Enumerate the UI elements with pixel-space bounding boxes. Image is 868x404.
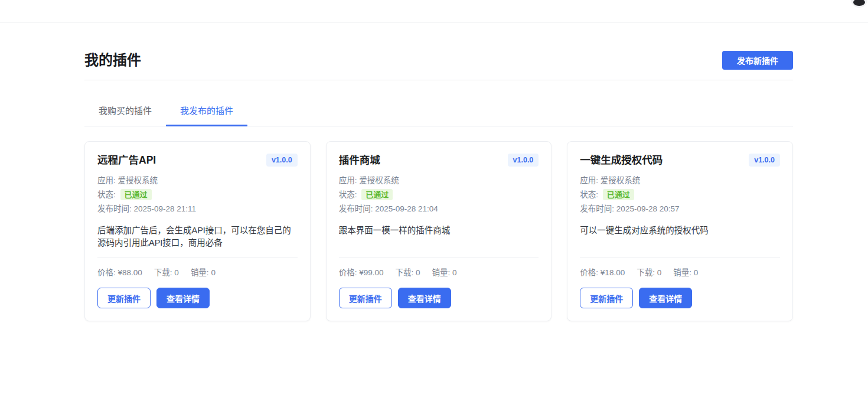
plugin-card-header: 一键生成授权代码 v1.0.0: [580, 153, 780, 167]
price-label: 价格:: [580, 268, 598, 277]
version-badge: v1.0.0: [508, 154, 539, 167]
price-stat: 价格: ¥18.00: [580, 266, 625, 278]
update-plugin-button[interactable]: 更新插件: [339, 288, 392, 308]
user-avatar[interactable]: [851, 0, 867, 8]
plugin-published-line: 发布时间: 2025-09-28 21:11: [97, 202, 298, 216]
plugin-card-header: 远程广告API v1.0.0: [97, 153, 298, 167]
plugin-card-grid: 远程广告API v1.0.0 应用: 爱授权系统 状态: 已通过 发布时间: 2…: [84, 141, 793, 321]
published-value: 2025-09-28 21:04: [375, 204, 438, 213]
plugin-stats: 价格: ¥18.00 下载: 0 销量: 0: [580, 258, 780, 278]
version-badge: v1.0.0: [749, 154, 780, 167]
downloads-stat: 下载: 0: [395, 266, 420, 278]
plugin-description: 可以一键生成对应系统的授权代码: [580, 224, 780, 258]
app-value: 爱授权系统: [601, 176, 641, 185]
plugin-meta: 应用: 爱授权系统 状态: 已通过 发布时间: 2025-09-28 21:11: [97, 174, 298, 216]
downloads-label: 下载:: [154, 268, 172, 277]
plugin-meta: 应用: 爱授权系统 状态: 已通过 发布时间: 2025-09-28 20:57: [580, 174, 780, 216]
sales-stat: 销量: 0: [673, 266, 698, 278]
plugin-card: 插件商城 v1.0.0 应用: 爱授权系统 状态: 已通过 发布时间: 2025…: [326, 141, 552, 321]
downloads-label: 下载:: [395, 268, 413, 277]
app-value: 爱授权系统: [118, 176, 158, 185]
plugin-card: 远程广告API v1.0.0 应用: 爱授权系统 状态: 已通过 发布时间: 2…: [84, 141, 311, 321]
my-plugins-page: 我的插件 发布新插件 我购买的插件 我发布的插件 远程广告API v1.0.0 …: [84, 22, 793, 321]
page-header: 我的插件 发布新插件: [84, 51, 793, 70]
plugin-app-line: 应用: 爱授权系统: [580, 174, 780, 188]
status-badge: 已通过: [361, 189, 393, 200]
plugin-published-line: 发布时间: 2025-09-28 21:04: [339, 202, 539, 216]
downloads-value: 0: [657, 268, 662, 277]
tab-published-plugins[interactable]: 我发布的插件: [166, 97, 247, 126]
app-label: 应用:: [97, 176, 116, 185]
sales-value: 0: [694, 268, 699, 277]
published-label: 发布时间:: [97, 204, 132, 213]
published-value: 2025-09-28 20:57: [616, 204, 680, 213]
sales-label: 销量:: [432, 268, 451, 277]
sales-stat: 销量: 0: [191, 266, 216, 278]
downloads-stat: 下载: 0: [154, 266, 179, 278]
price-value: ¥18.00: [601, 268, 625, 277]
status-label: 状态:: [339, 190, 357, 199]
plugin-published-line: 发布时间: 2025-09-28 20:57: [580, 202, 780, 216]
plugin-title: 远程广告API: [97, 153, 156, 167]
tabs: 我购买的插件 我发布的插件: [84, 97, 793, 126]
plugin-status-line: 状态: 已通过: [97, 188, 298, 202]
app-label: 应用:: [580, 176, 598, 185]
page-title: 我的插件: [84, 53, 141, 68]
published-value: 2025-09-28 21:11: [134, 204, 197, 213]
app-value: 爱授权系统: [359, 176, 399, 185]
plugin-meta: 应用: 爱授权系统 状态: 已通过 发布时间: 2025-09-28 21:04: [339, 174, 539, 216]
published-label: 发布时间:: [339, 204, 373, 213]
sales-value: 0: [211, 268, 216, 277]
user-icon: [853, 0, 865, 6]
sales-stat: 销量: 0: [432, 266, 457, 278]
header-divider: [84, 80, 793, 80]
sales-label: 销量:: [673, 268, 691, 277]
price-label: 价格:: [97, 268, 116, 277]
view-details-button[interactable]: 查看详情: [398, 288, 451, 308]
plugin-description: 跟本界面一模一样的插件商城: [339, 224, 539, 258]
published-label: 发布时间:: [580, 204, 614, 213]
view-details-button[interactable]: 查看详情: [156, 288, 210, 308]
sales-label: 销量:: [191, 268, 209, 277]
plugin-app-line: 应用: 爱授权系统: [97, 174, 298, 188]
downloads-value: 0: [416, 268, 420, 277]
update-plugin-button[interactable]: 更新插件: [97, 288, 151, 308]
status-badge: 已通过: [120, 189, 152, 200]
app-label: 应用:: [339, 176, 357, 185]
downloads-stat: 下载: 0: [637, 266, 661, 278]
plugin-title: 一键生成授权代码: [580, 153, 663, 167]
plugin-actions: 更新插件 查看详情: [339, 288, 539, 308]
plugin-actions: 更新插件 查看详情: [97, 288, 298, 308]
plugin-actions: 更新插件 查看详情: [580, 288, 780, 308]
plugin-stats: 价格: ¥88.00 下载: 0 销量: 0: [97, 258, 298, 278]
top-bar: [0, 0, 868, 22]
price-stat: 价格: ¥99.00: [339, 266, 384, 278]
plugin-card: 一键生成授权代码 v1.0.0 应用: 爱授权系统 状态: 已通过 发布时间: …: [567, 141, 793, 321]
sales-value: 0: [452, 268, 457, 277]
plugin-status-line: 状态: 已通过: [339, 188, 539, 202]
plugin-stats: 价格: ¥99.00 下载: 0 销量: 0: [339, 258, 539, 278]
downloads-label: 下载:: [637, 268, 655, 277]
price-stat: 价格: ¥88.00: [97, 266, 142, 278]
plugin-status-line: 状态: 已通过: [580, 188, 780, 202]
status-label: 状态:: [97, 190, 116, 199]
plugin-app-line: 应用: 爱授权系统: [339, 174, 539, 188]
tab-purchased-plugins[interactable]: 我购买的插件: [84, 97, 166, 126]
version-badge: v1.0.0: [266, 154, 298, 167]
view-details-button[interactable]: 查看详情: [639, 288, 692, 308]
downloads-value: 0: [174, 268, 179, 277]
price-label: 价格:: [339, 268, 357, 277]
price-value: ¥88.00: [118, 268, 142, 277]
plugin-description: 后端添加广告后，会生成API接口，可以在您自己的源码内引用此API接口，商用必备: [97, 224, 298, 258]
publish-plugin-button[interactable]: 发布新插件: [722, 51, 793, 70]
price-value: ¥99.00: [359, 268, 383, 277]
plugin-card-header: 插件商城 v1.0.0: [339, 153, 539, 167]
status-label: 状态:: [580, 190, 598, 199]
update-plugin-button[interactable]: 更新插件: [580, 288, 633, 308]
status-badge: 已通过: [603, 189, 634, 200]
plugin-title: 插件商城: [339, 153, 380, 167]
